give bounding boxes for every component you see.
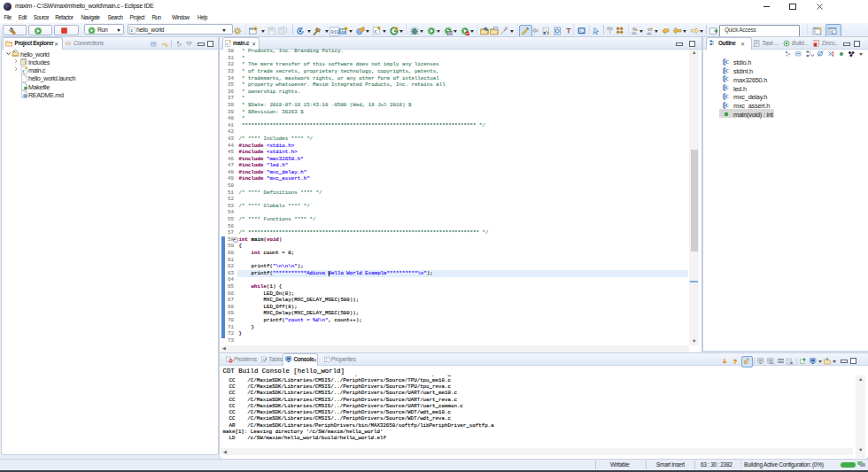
svg-text:C: C bbox=[831, 29, 834, 35]
svg-text:010: 010 bbox=[330, 28, 339, 35]
svg-text:10: 10 bbox=[448, 32, 452, 35]
svg-text:c: c bbox=[375, 27, 377, 34]
